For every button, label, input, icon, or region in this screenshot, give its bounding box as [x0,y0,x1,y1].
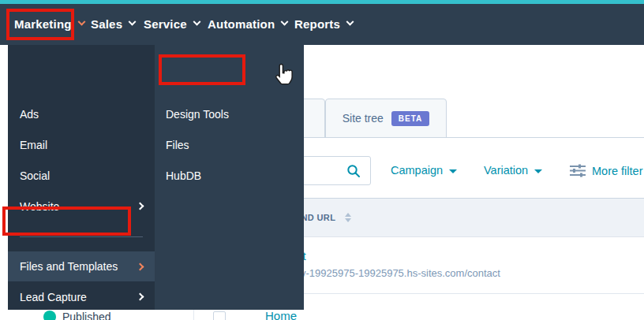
chevron-right-icon [137,262,144,270]
menu-item-label: Ads [20,108,39,121]
submenu-item-files[interactable]: Files [155,129,304,160]
chevron-right-icon [137,203,144,210]
more-filters-icon [570,164,586,177]
menu-item-website[interactable]: Website [8,191,155,221]
files-and-templates-submenu: Design Tools Files HubDB [155,45,304,310]
menu-item-label: Design Tools [166,108,229,121]
menu-item-files-and-templates[interactable]: Files and Templates [8,251,155,281]
menu-item-label: Email [20,139,47,151]
nav-item-label: Sales [91,17,122,31]
chevron-down-icon [77,17,85,25]
submenu-item-design-tools[interactable]: Design Tools [155,99,304,129]
menu-item-label: Lead Capture [20,291,87,303]
menu-item-label: Files and Templates [20,260,118,273]
nav-item-sales[interactable]: Sales [91,16,135,32]
nav-item-reports[interactable]: Reports [294,16,353,32]
menu-item-label: HubDB [166,169,201,182]
page-url-text: y-19925975-19925975.hs-sites.com/contact [301,267,500,279]
nav-item-label: Marketing [14,17,72,31]
menu-item-label: Website [20,200,59,213]
chevron-down-icon [193,17,200,25]
nav-item-label: Reports [294,17,340,31]
campaign-filter-label: Campaign [391,164,443,177]
chevron-down-icon [449,169,457,173]
variation-filter-dropdown[interactable]: Variation [484,164,542,177]
beta-badge: BETA [391,111,429,126]
menu-item-email[interactable]: Email [8,129,155,160]
menu-item-label: Files [166,139,189,151]
chevron-down-icon [346,17,354,25]
accent-line [0,0,644,4]
menu-item-social[interactable]: Social [8,160,155,191]
menu-item-label: Social [20,169,50,182]
nav-item-marketing[interactable]: Marketing [14,16,84,32]
variation-filter-label: Variation [484,164,528,177]
nav-item-service[interactable]: Service [144,16,200,32]
nav-item-label: Service [144,17,187,31]
menu-divider [20,236,143,237]
chevron-down-icon [129,17,137,25]
row-checkbox[interactable] [213,311,226,320]
menu-item-ads[interactable]: Ads [8,99,155,129]
top-navigation-bar: Marketing Sales Service Automation Repor… [0,0,644,45]
more-filters-label: More filter [592,165,642,177]
tab-site-tree-label: Site tree [343,112,384,125]
campaign-filter-dropdown[interactable]: Campaign [391,164,457,177]
chevron-down-icon [281,17,289,25]
search-icon [346,164,361,178]
marketing-dropdown-menu: Ads Email Social Website Files and Templ… [8,45,155,310]
nav-item-label: Automation [208,17,275,31]
screenshot-root: Site tree BETA Campaign Variation [0,0,644,320]
nav-item-automation[interactable]: Automation [208,16,287,32]
chevron-right-icon [137,293,144,301]
menu-item-lead-capture[interactable]: Lead Capture [8,281,155,312]
chevron-down-icon [534,169,542,173]
tab-site-tree[interactable]: Site tree BETA [325,99,447,138]
page-name-link[interactable]: Home [265,309,297,320]
menu-item-planning-and-strategy[interactable]: Planning and Strategy [8,312,155,320]
more-filters-button[interactable]: More filter [570,164,642,177]
submenu-item-hubdb[interactable]: HubDB [155,160,304,191]
sort-icon[interactable] [345,213,351,222]
